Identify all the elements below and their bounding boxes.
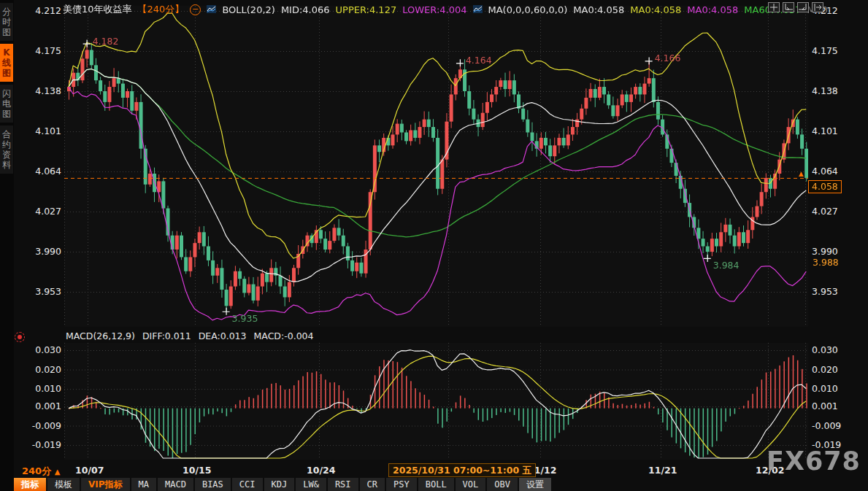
- chart-header: 美债10年收益率 【240分】 − BOLL(20,2) MID:4.066 U…: [63, 3, 831, 16]
- axis-tick-label: 3.953: [812, 286, 856, 298]
- footer-button-VOL[interactable]: VOL: [456, 478, 486, 491]
- axis-tick-label: 4.064: [812, 166, 856, 177]
- x-axis-date-label: 10/07: [75, 465, 104, 476]
- period-dropdown-icon: ▲: [55, 468, 61, 476]
- axis-tick-label: 0.030: [812, 344, 856, 356]
- axis-tick-label: 3.990: [812, 246, 856, 258]
- axis-tick-label: 4.212: [25, 5, 61, 17]
- macd-header: MACD(26,12,9) DIFF:0.011 DEA:0.013 MACD:…: [66, 330, 314, 341]
- footer-button-MACD[interactable]: MACD: [158, 478, 193, 491]
- sidebar-tab-合约资料[interactable]: 合约资料: [0, 125, 13, 174]
- collapse-pane-icon[interactable]: −: [190, 4, 201, 15]
- footer-button-设置[interactable]: 设置: [519, 478, 551, 491]
- boll-lower-value: LOWER:4.004: [402, 4, 466, 15]
- footer-button-模板[interactable]: 模板: [47, 478, 80, 491]
- x-axis-date-label: 10/15: [183, 465, 211, 476]
- axis-tick-label: 4.138: [25, 85, 61, 97]
- pan-right-icon[interactable]: [812, 2, 823, 12]
- x-axis-date-label: 10/24: [307, 465, 335, 476]
- axis-tick-label: 0.001: [25, 401, 61, 412]
- x-axis-highlight-date: 2025/10/31 07:00~11:00 五: [388, 463, 536, 477]
- axis-tick-label: 4.027: [25, 206, 61, 217]
- ref-price-label: 3.988: [810, 257, 841, 268]
- axis-tick-label: -0.019: [25, 439, 61, 451]
- watermark: FX678: [767, 446, 861, 476]
- alert-indicator-icon[interactable]: [15, 332, 25, 342]
- ma0-white-value: MA0:4.058: [573, 4, 624, 15]
- boll-upper-value: UPPER:4.127: [336, 4, 397, 15]
- boll-mid-value: MID:4.066: [281, 4, 330, 15]
- footer-button-BIAS[interactable]: BIAS: [195, 478, 231, 491]
- axis-tick-label: 4.064: [25, 166, 61, 177]
- footer-button-MA[interactable]: MA: [131, 478, 156, 491]
- axis-tick-label: 0.020: [812, 364, 856, 376]
- axis-tick-label: 4.175: [25, 45, 61, 57]
- footer-button-LW&[interactable]: LW&: [296, 478, 326, 491]
- footer-button-KDJ[interactable]: KDJ: [264, 478, 295, 491]
- footer-button-VIP指标[interactable]: VIP指标: [81, 478, 130, 491]
- last-price-marker-icon: ▲: [799, 170, 804, 177]
- page-title: 美债10年收益率: [63, 3, 132, 16]
- axis-tick-label: 4.101: [812, 125, 856, 137]
- footer-button-指标[interactable]: 指标: [14, 478, 46, 491]
- axis-tick-label: 4.138: [812, 85, 856, 97]
- footer-button-CCI[interactable]: CCI: [232, 478, 263, 491]
- axis-tick-label: 3.990: [25, 246, 61, 258]
- macd-name: MACD(26,12,9): [66, 330, 135, 341]
- left-sidebar: 分时图K线图闪电图合约资料: [0, 0, 14, 491]
- axis-tick-label: 4.101: [25, 125, 61, 137]
- axis-scale-left-icon[interactable]: [783, 2, 794, 12]
- x-axis-row: 240分 ▲ 10/0710/1510/2411/1211/2112/02202…: [0, 463, 868, 477]
- ma-indicator-icon: [473, 4, 483, 15]
- main-chart-canvas[interactable]: [64, 6, 808, 327]
- footer-button-OBV[interactable]: OBV: [487, 478, 518, 491]
- crosshair-icon[interactable]: [768, 2, 780, 12]
- ma0-yellow-value: MA0:4.058: [630, 4, 681, 15]
- axis-tick-label: 0.030: [25, 344, 61, 356]
- axis-tick-label: -0.009: [25, 420, 61, 432]
- footer-button-RSI[interactable]: RSI: [328, 478, 358, 491]
- ma-name: MA(0,0,0,60,0,0): [488, 4, 568, 15]
- macd-dea-value: DEA:0.013: [199, 330, 247, 341]
- ma0-magenta-value: MA0:4.058: [687, 4, 738, 15]
- macd-diff-value: DIFF:0.011: [142, 330, 191, 341]
- axis-scale-right-icon[interactable]: [797, 2, 809, 12]
- sidebar-tab-闪电图[interactable]: 闪电图: [0, 85, 13, 123]
- sidebar-tab-K线图[interactable]: K线图: [0, 44, 13, 82]
- axis-tick-label: 0.010: [25, 383, 61, 395]
- axis-tick-label: -0.009: [812, 420, 856, 432]
- macd-chart-canvas[interactable]: [64, 343, 808, 460]
- axis-tick-label: 4.175: [812, 45, 856, 57]
- boll-indicator-icon: [207, 4, 216, 15]
- macd-macd-value: MACD:-0.004: [254, 330, 314, 341]
- x-axis-date-label: 11/21: [648, 465, 677, 476]
- footer-toolbar: 指标模板VIP指标MAMACDBIASCCIKDJLW&RSICRPSYBOLL…: [14, 478, 551, 491]
- last-price-label: 4.058: [808, 180, 842, 193]
- footer-button-PSY[interactable]: PSY: [386, 478, 417, 491]
- axis-tick-label: 0.010: [812, 383, 856, 395]
- axis-tick-label: 0.001: [812, 401, 856, 412]
- x-axis-period-label[interactable]: 240分 ▲: [22, 465, 60, 478]
- period-label: 【240分】: [138, 3, 185, 16]
- footer-button-BOLL[interactable]: BOLL: [418, 478, 454, 491]
- sidebar-tab-分时图[interactable]: 分时图: [0, 3, 13, 41]
- axis-tick-label: 0.020: [25, 364, 61, 376]
- axis-tick-label: 3.953: [25, 286, 61, 298]
- boll-name: BOLL(20,2): [222, 4, 275, 15]
- footer-button-CR[interactable]: CR: [360, 478, 385, 491]
- axis-tick-label: 4.027: [812, 206, 856, 217]
- chart-toolbar-icons: [768, 2, 823, 12]
